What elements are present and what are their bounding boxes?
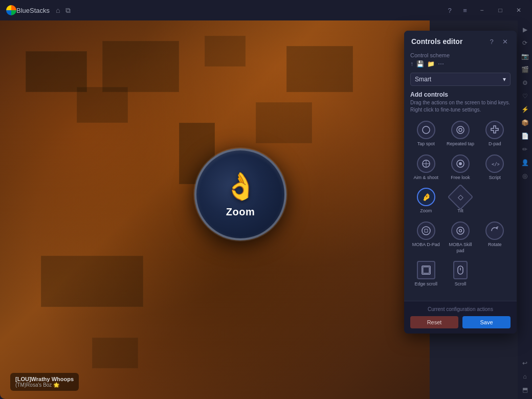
save-button[interactable]: Save <box>462 316 511 328</box>
sidebar-package-icon[interactable]: 📦 <box>520 118 530 128</box>
script-icon: </> <box>485 154 504 173</box>
title-bar-icons: ⌂ ⧉ <box>56 6 70 15</box>
sidebar-video-icon[interactable]: 🎬 <box>520 64 530 75</box>
env-box-8 <box>92 338 138 368</box>
home-icon[interactable]: ⌂ <box>56 6 60 15</box>
app-title: BlueStacks <box>16 7 50 14</box>
menu-icon[interactable]: ≡ <box>459 5 471 16</box>
tilt-icon: ◇ <box>448 184 474 210</box>
zoom-circle: 👌 Zoom <box>194 148 286 240</box>
sidebar-square-icon[interactable]: ⬒ <box>520 385 530 395</box>
rotate-icon <box>485 221 504 240</box>
scheme-folder-icon[interactable]: 📁 <box>427 60 435 68</box>
sidebar-camera-icon[interactable]: 📷 <box>520 51 530 61</box>
sidebar-settings-icon[interactable]: ⚙ <box>520 78 530 88</box>
panel-help-icon[interactable]: ? <box>487 37 496 46</box>
scroll-icon <box>453 261 468 279</box>
control-scroll[interactable]: Scroll <box>445 259 476 290</box>
control-moba-skill[interactable]: MOBA Skill pad <box>445 219 476 256</box>
rotate-label: Rotate <box>488 242 502 248</box>
moba-skill-icon <box>451 221 470 240</box>
moba-skill-label: MOBA Skill pad <box>446 242 475 254</box>
footer-buttons: Reset Save <box>410 316 511 328</box>
sidebar-lightning-icon[interactable]: ⚡ <box>520 104 530 115</box>
reset-button[interactable]: Reset <box>410 316 458 328</box>
tap-spot-icon <box>417 121 435 139</box>
svg-point-10 <box>422 227 430 235</box>
control-scheme-row: ↑ 💾 📁 ⋯ <box>410 60 511 68</box>
aim-shoot-icon <box>417 154 435 173</box>
zoom-grid-icon: 🤌 <box>417 188 435 206</box>
env-box-7 <box>41 256 143 307</box>
script-label: Script <box>489 175 501 181</box>
moba-dpad-icon <box>417 221 435 240</box>
help-icon[interactable]: ? <box>444 5 455 16</box>
sidebar-back-icon[interactable]: ↩ <box>520 358 530 368</box>
panel-close-icon[interactable]: ✕ <box>500 37 509 46</box>
copy-icon[interactable]: ⧉ <box>65 6 71 15</box>
env-box-3 <box>205 36 246 66</box>
scheme-more-icon[interactable]: ⋯ <box>438 60 444 68</box>
minimize-button[interactable]: − <box>475 3 489 17</box>
control-repeated-tap[interactable]: Repeated tap <box>445 119 476 149</box>
sidebar-refresh-icon[interactable]: ⟳ <box>520 38 530 48</box>
controls-panel: Controls editor ? ✕ Control scheme ↑ 💾 📁… <box>404 31 517 334</box>
free-look-icon <box>451 154 470 173</box>
control-tilt[interactable]: ◇ Tilt <box>445 186 476 216</box>
dpad-label: D-pad <box>489 141 501 147</box>
svg-point-11 <box>457 227 464 234</box>
control-tap-spot[interactable]: Tap spot <box>410 119 441 149</box>
sidebar-user-icon[interactable]: 👤 <box>520 158 530 168</box>
scheme-save-icon[interactable]: 💾 <box>416 60 424 68</box>
close-button[interactable]: ✕ <box>512 3 526 17</box>
svg-text:</>: </> <box>492 162 499 167</box>
sidebar-home-icon[interactable]: ⌂ <box>520 371 530 382</box>
zoom-grid-label: Zoom <box>420 208 432 214</box>
control-edge-scroll[interactable]: Edge scroll <box>410 259 441 290</box>
panel-header: Controls editor ? ✕ <box>404 31 517 52</box>
panel-body: Control scheme ↑ 💾 📁 ⋯ Smart ▾ Add contr… <box>404 52 517 301</box>
sidebar-play-icon[interactable]: ▶ <box>520 25 530 35</box>
sidebar-strip: ▶ ⟳ 📷 🎬 ⚙ ♡ ⚡ 📦 📄 ✏ 👤 ◎ ↩ ⌂ ⬒ <box>518 20 532 399</box>
sidebar-edit-icon[interactable]: ✏ <box>520 144 530 154</box>
control-script[interactable]: </> Script <box>479 152 511 183</box>
control-scheme-icons: ↑ 💾 📁 ⋯ <box>410 60 444 68</box>
repeated-tap-icon <box>451 121 470 139</box>
svg-rect-14 <box>423 267 429 273</box>
edge-scroll-label: Edge scroll <box>414 281 437 287</box>
control-dpad[interactable]: D-pad <box>479 119 511 149</box>
scheme-select[interactable]: Smart ▾ <box>410 73 511 86</box>
moba-dpad-label: MOBA D-Pad <box>412 242 440 248</box>
zoom-hand-icon: 👌 <box>224 171 257 202</box>
panel-title: Controls editor <box>411 37 462 46</box>
control-zoom[interactable]: 🤌 Zoom <box>410 186 441 216</box>
panel-footer: Current configuration actions Reset Save <box>404 301 517 334</box>
add-controls-title: Add controls <box>410 91 511 98</box>
env-box-1 <box>26 51 87 92</box>
maximize-button[interactable]: □ <box>493 3 507 17</box>
svg-point-2 <box>459 128 462 131</box>
control-moba-dpad[interactable]: MOBA D-Pad <box>410 219 441 256</box>
player-sub: (TM)Rosa's Boz 🌟 <box>15 382 74 388</box>
aim-shoot-label: Aim & shoot <box>413 175 438 181</box>
scheme-value: Smart <box>415 76 431 83</box>
control-free-look[interactable]: Free look <box>445 152 476 183</box>
title-bar-controls: ? ≡ − □ ✕ <box>444 3 526 17</box>
title-bar: BlueStacks ⌂ ⧉ ? ≡ − □ ✕ <box>0 0 532 20</box>
svg-point-1 <box>457 126 464 134</box>
controls-grid: Tap spot Repeated tap D-pad <box>410 119 511 290</box>
footer-label: Current configuration actions <box>410 306 511 312</box>
panel-header-icons: ? ✕ <box>487 37 509 46</box>
bluestacks-logo <box>6 5 16 15</box>
sidebar-file-icon[interactable]: 📄 <box>520 131 530 141</box>
app-window: BlueStacks ⌂ ⧉ ? ≡ − □ ✕ [LOU]Wrathy <box>0 0 532 399</box>
sidebar-target-icon[interactable]: ◎ <box>520 171 530 181</box>
control-aim-shoot[interactable]: Aim & shoot <box>410 152 441 183</box>
env-box-6 <box>256 102 312 143</box>
sidebar-heart-icon[interactable]: ♡ <box>520 91 530 101</box>
svg-point-7 <box>459 162 462 165</box>
scheme-upload-icon[interactable]: ↑ <box>410 60 413 68</box>
control-rotate[interactable]: Rotate <box>479 219 511 256</box>
control-scheme-label: Control scheme <box>410 52 511 58</box>
player-name: [LOU]Wrathy Whoops <box>15 376 74 382</box>
